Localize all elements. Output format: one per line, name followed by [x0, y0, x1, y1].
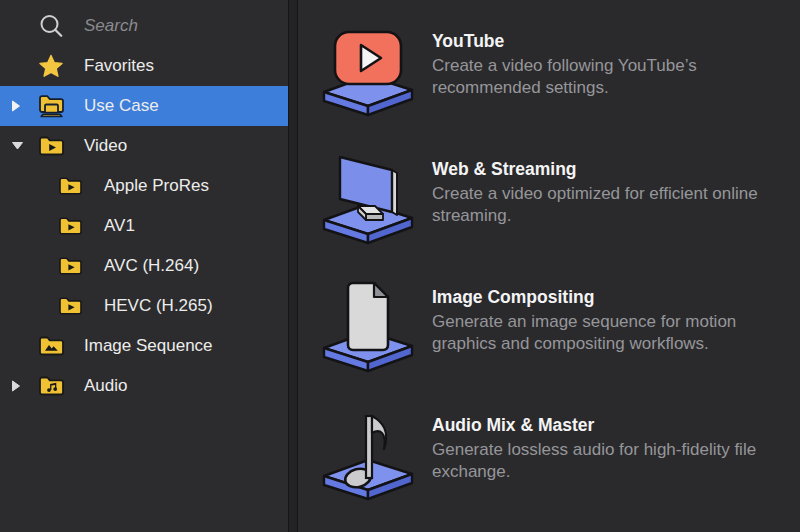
sidebar-item-video[interactable]: Video — [0, 126, 288, 166]
folder-audio-icon — [38, 375, 65, 398]
sidebar-item-label: Use Case — [84, 96, 159, 116]
chevron-down-icon[interactable] — [11, 141, 24, 151]
preset-title: YouTube — [432, 31, 784, 52]
sidebar-item-label: AVC (H.264) — [104, 256, 199, 276]
preset-audio-mix-master[interactable]: Audio Mix & Master Generate lossless aud… — [318, 406, 800, 506]
sidebar-item-label: Video — [84, 136, 127, 156]
sidebar-item-label: AV1 — [104, 216, 135, 236]
sidebar-item-apple-prores[interactable]: Apple ProRes — [0, 166, 288, 206]
preset-description: Create a video following YouTube’s recom… — [432, 55, 784, 99]
sidebar-item-label: Image Sequence — [84, 336, 213, 356]
document-platform-icon — [318, 278, 418, 378]
sidebar-item-av1[interactable]: AV1 — [0, 206, 288, 246]
preset-image-compositing[interactable]: Image Compositing Generate an image sequ… — [318, 278, 800, 378]
note-platform-icon — [318, 406, 418, 506]
search-field[interactable] — [0, 6, 288, 46]
star-icon — [38, 54, 64, 79]
sidebar-item-hevc[interactable]: HEVC (H.265) — [0, 286, 288, 326]
sidebar-item-label: HEVC (H.265) — [104, 296, 213, 316]
sidebar-item-label: Apple ProRes — [104, 176, 209, 196]
preset-title: Image Compositing — [432, 287, 784, 308]
sidebar-item-label: Favorites — [84, 56, 154, 76]
sidebar-item-label: Audio — [84, 376, 127, 396]
monitor-platform-icon — [318, 150, 418, 250]
sidebar-item-favorites[interactable]: Favorites — [0, 46, 288, 86]
chevron-right-icon[interactable] — [11, 100, 21, 113]
sidebar-item-avc[interactable]: AVC (H.264) — [0, 246, 288, 286]
sidebar: Favorites Use Case — [0, 0, 288, 532]
folder-image-icon — [38, 335, 65, 358]
preset-youtube[interactable]: YouTube Create a video following YouTube… — [318, 22, 800, 122]
sidebar-item-image-sequence[interactable]: Image Sequence — [0, 326, 288, 366]
folder-video-icon — [58, 216, 83, 237]
search-input[interactable] — [84, 16, 264, 36]
search-icon — [38, 13, 65, 40]
folder-video-icon — [58, 256, 83, 277]
youtube-platform-icon — [318, 22, 418, 122]
split-divider[interactable] — [288, 0, 298, 532]
preset-description: Create a video optimized for efficient o… — [432, 183, 784, 227]
preset-list: YouTube Create a video following YouTube… — [298, 0, 800, 532]
preset-description: Generate an image sequence for motion gr… — [432, 311, 784, 355]
preset-title: Web & Streaming — [432, 159, 784, 180]
preset-title: Audio Mix & Master — [432, 415, 784, 436]
chevron-right-icon[interactable] — [11, 380, 21, 393]
preset-web-streaming[interactable]: Web & Streaming Create a video optimized… — [318, 150, 800, 250]
preset-description: Generate lossless audio for high-fidelit… — [432, 439, 784, 483]
sidebar-item-audio[interactable]: Audio — [0, 366, 288, 406]
folder-laptop-icon — [38, 94, 65, 119]
sidebar-item-use-case[interactable]: Use Case — [0, 86, 288, 126]
folder-video-icon — [38, 135, 65, 158]
folder-video-icon — [58, 296, 83, 317]
folder-video-icon — [58, 176, 83, 197]
